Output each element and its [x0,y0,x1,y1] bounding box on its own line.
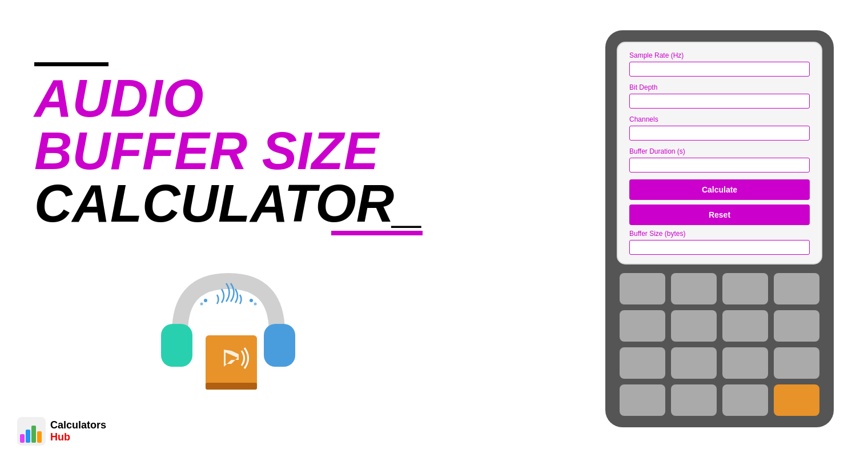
svg-rect-0 [161,324,192,367]
numpad-btn-7[interactable] [722,310,768,342]
title-calculator: CALCULATOR_ [34,177,423,230]
logo-container: Calculators Hub [17,417,106,446]
calculate-button[interactable]: Calculate [629,179,810,200]
sample-rate-label: Sample Rate (Hz) [629,51,810,59]
buffer-duration-field: Buffer Duration (s) [629,147,810,173]
numpad-btn-6[interactable] [671,310,717,342]
title-underline-purple [331,231,423,235]
title-buffer-size: BUFFER SIZE [34,125,423,177]
svg-point-6 [200,302,203,305]
numpad-btn-8[interactable] [774,310,819,342]
numpad-btn-11[interactable] [722,347,768,379]
title-calculator-row: CALCULATOR_ [34,177,423,230]
numpad-btn-3[interactable] [722,273,768,304]
svg-point-8 [254,302,257,305]
reset-button[interactable]: Reset [629,205,810,225]
sample-rate-field: Sample Rate (Hz) [629,51,810,77]
logo-icon [17,417,46,446]
title-audio: AUDIO [34,72,423,125]
channels-field: Channels [629,115,810,141]
action-buttons: Calculate Reset [629,179,810,225]
calc-screen: Sample Rate (Hz) Bit Depth Channels Buff… [617,42,822,264]
buffer-size-field: Buffer Size (bytes) [629,230,810,255]
numpad [617,273,822,416]
calculator-device: Sample Rate (Hz) Bit Depth Channels Buff… [605,30,834,427]
numpad-btn-4[interactable] [774,273,819,304]
buffer-duration-input[interactable] [629,158,810,173]
svg-point-7 [250,299,253,302]
logo-text: Calculators Hub [50,419,106,443]
left-section: AUDIO BUFFER SIZE CALCULATOR_ [34,62,423,395]
buffer-size-label: Buffer Size (bytes) [629,230,810,238]
numpad-btn-15[interactable] [722,384,768,416]
illustration-area [34,258,423,395]
numpad-btn-orange[interactable] [774,384,819,416]
bit-depth-input[interactable] [629,94,810,109]
numpad-btn-12[interactable] [774,347,819,379]
logo-hub: Hub [50,431,106,443]
svg-rect-10 [20,434,25,443]
numpad-btn-2[interactable] [671,273,717,304]
numpad-btn-14[interactable] [671,384,717,416]
numpad-btn-9[interactable] [620,347,665,379]
bit-depth-field: Bit Depth [629,83,810,109]
channels-label: Channels [629,115,810,123]
numpad-btn-1[interactable] [620,273,665,304]
svg-rect-11 [26,430,30,443]
title-underline-black [34,62,108,66]
numpad-btn-5[interactable] [620,310,665,342]
logo-calculators: Calculators [50,419,106,431]
right-section: Sample Rate (Hz) Bit Depth Channels Buff… [605,30,834,427]
numpad-btn-10[interactable] [671,347,717,379]
svg-rect-13 [37,431,42,443]
buffer-duration-label: Buffer Duration (s) [629,147,810,155]
svg-rect-3 [206,383,257,390]
svg-rect-1 [264,324,295,367]
svg-rect-12 [31,426,36,443]
svg-point-5 [204,299,207,302]
buffer-size-output[interactable] [629,240,810,255]
audio-illustration [148,258,308,395]
sample-rate-input[interactable] [629,62,810,77]
numpad-btn-13[interactable] [620,384,665,416]
channels-input[interactable] [629,126,810,141]
bit-depth-label: Bit Depth [629,83,810,91]
